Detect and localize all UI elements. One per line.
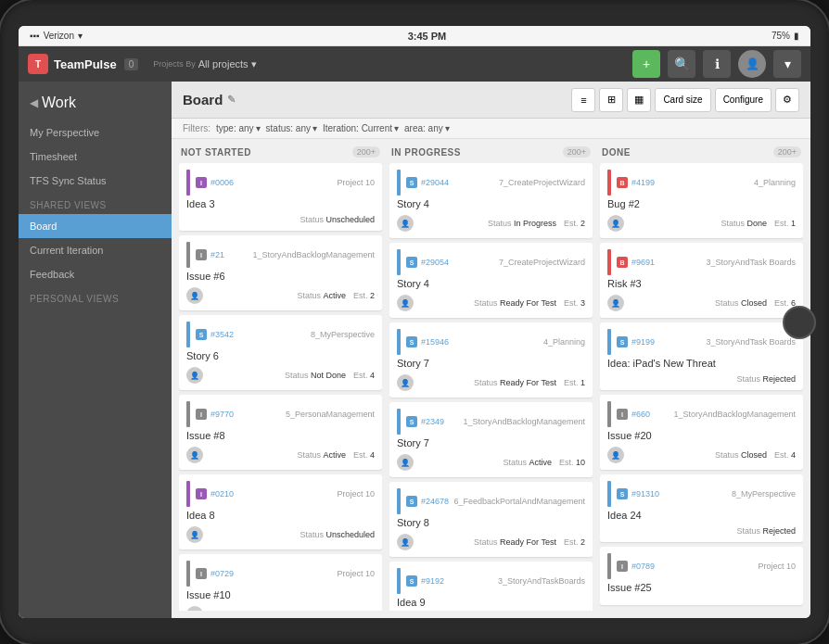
card-id: #3542 bbox=[210, 330, 234, 339]
status-right: 75% ▮ bbox=[772, 31, 799, 41]
card-id: #9691 bbox=[631, 258, 655, 267]
board-title-text: Board bbox=[183, 92, 223, 107]
card-meta: S #9199 3_StoryAndTask Boards bbox=[607, 329, 796, 355]
card-in-progress-0[interactable]: S #29044 7_CreateProjectWizard Story 4 👤… bbox=[389, 163, 593, 238]
sidebar-item-feedback[interactable]: Feedback bbox=[19, 262, 172, 286]
project-selector[interactable]: Projects By All projects ▾ bbox=[153, 58, 256, 70]
card-project: 5_PersonaManagement bbox=[286, 410, 375, 419]
card-title: Idea: iPad's New Threat bbox=[607, 358, 796, 369]
card-type-bar bbox=[397, 329, 401, 355]
card-id: #0006 bbox=[210, 178, 234, 187]
card-project: Project 10 bbox=[337, 178, 375, 187]
filter-area[interactable]: area: any ▾ bbox=[404, 123, 450, 133]
card-in-progress-5[interactable]: S #9192 3_StoryAndTaskBoards Idea 9 👤 bbox=[389, 562, 593, 611]
card-done-4[interactable]: S #91310 8_MyPerspective Idea 24 Status … bbox=[600, 474, 803, 542]
card-type-badge: I bbox=[196, 177, 207, 188]
card-type-badge: I bbox=[196, 568, 207, 579]
sidebar-item-current-iteration[interactable]: Current Iteration bbox=[19, 238, 172, 262]
card-title: Bug #2 bbox=[607, 198, 796, 209]
menu-button[interactable]: ▾ bbox=[773, 50, 801, 78]
card-meta: S #29054 7_CreateProjectWizard bbox=[397, 249, 585, 275]
card-title: Idea 8 bbox=[186, 510, 375, 521]
filter-status[interactable]: status: any ▾ bbox=[266, 123, 317, 133]
board-edit-icon[interactable]: ✎ bbox=[227, 94, 236, 106]
sidebar-item-timesheet[interactable]: Timesheet bbox=[19, 145, 172, 169]
card-done-2[interactable]: S #9199 3_StoryAndTask Boards Idea: iPad… bbox=[600, 322, 803, 390]
filter-type[interactable]: type: any ▾ bbox=[216, 123, 261, 133]
card-not-started-4[interactable]: I #0210 Project 10 Idea 8 👤 Status Unsch… bbox=[179, 474, 382, 549]
card-meta: S #2349 1_StoryAndBacklogManagement bbox=[397, 409, 585, 435]
card-footer: 👤 Status Active Est. 4 bbox=[186, 447, 375, 463]
card-meta: S #91310 8_MyPerspective bbox=[607, 481, 796, 507]
info-button[interactable]: ℹ bbox=[703, 50, 731, 78]
board-view-button[interactable]: ▦ bbox=[627, 88, 651, 112]
sidebar-item-my-perspective[interactable]: My Perspective bbox=[19, 120, 172, 145]
card-project: 7_CreateProjectWizard bbox=[499, 178, 585, 187]
card-done-3[interactable]: I #660 1_StoryAndBacklogManagement Issue… bbox=[600, 395, 803, 470]
notification-badge[interactable]: 0 bbox=[124, 58, 139, 70]
sidebar-item-tfs-sync[interactable]: TFS Sync Status bbox=[19, 169, 172, 193]
card-footer: 👤 Status Unscheduled bbox=[186, 526, 375, 543]
column-count-done: 200+ bbox=[773, 146, 801, 158]
est-label: Est. 4 bbox=[774, 450, 796, 460]
search-button[interactable]: 🔍 bbox=[668, 50, 695, 78]
column-cards-done: B #4199 4_Planning Bug #2 👤 Status Done … bbox=[600, 163, 803, 611]
filter-iteration[interactable]: Iteration: Current ▾ bbox=[323, 123, 399, 133]
card-id: #9199 bbox=[631, 337, 655, 347]
card-meta: I #9770 5_PersonaManagement bbox=[186, 401, 375, 427]
content-area: Board ✎ ≡ ⊞ ▦ Card size Configure ⚙ bbox=[172, 82, 810, 618]
card-avatar: 👤 bbox=[186, 526, 203, 543]
status-label: Status Ready For Test bbox=[474, 378, 556, 387]
card-type-badge: S bbox=[406, 416, 417, 427]
card-not-started-0[interactable]: I #0006 Project 10 Idea 3 Status Unsched… bbox=[179, 163, 382, 231]
card-in-progress-3[interactable]: S #2349 1_StoryAndBacklogManagement Stor… bbox=[389, 402, 593, 477]
sidebar-item-label: Feedback bbox=[30, 269, 74, 280]
card-avatar: 👤 bbox=[397, 215, 414, 232]
card-type-bar bbox=[607, 170, 611, 196]
card-title: Idea 24 bbox=[607, 510, 796, 521]
card-status-info: Status Not Done Est. 4 bbox=[285, 371, 375, 380]
est-label: Est. 3 bbox=[564, 298, 585, 308]
list-view-button[interactable]: ≡ bbox=[571, 88, 595, 112]
settings-button[interactable]: ⚙ bbox=[775, 88, 799, 112]
card-title: Risk #3 bbox=[607, 278, 796, 289]
grid-view-button[interactable]: ⊞ bbox=[599, 88, 623, 112]
column-title-in-progress: IN PROGRESS bbox=[391, 147, 461, 158]
status-label: Status Ready For Test bbox=[474, 298, 556, 308]
card-meta: I #0006 Project 10 bbox=[186, 170, 375, 196]
status-label: Status Closed bbox=[715, 298, 767, 308]
user-avatar-button[interactable]: 👤 bbox=[738, 50, 766, 78]
card-done-0[interactable]: B #4199 4_Planning Bug #2 👤 Status Done … bbox=[600, 163, 803, 238]
card-title: Issue #6 bbox=[186, 271, 375, 282]
battery-icon: ▮ bbox=[794, 31, 799, 41]
card-done-5[interactable]: I #0789 Project 10 Issue #25 bbox=[600, 547, 803, 605]
card-footer: 👤 Status Done Est. 1 bbox=[607, 215, 796, 232]
card-status-info: Status Active Est. 2 bbox=[297, 291, 375, 300]
card-not-started-2[interactable]: S #3542 8_MyPerspective Story 6 👤 Status… bbox=[179, 315, 382, 390]
column-not-started: NOT STARTED 200+ I #0006 Project 10 Idea… bbox=[179, 146, 382, 611]
card-project: 7_CreateProjectWizard bbox=[499, 258, 585, 267]
card-done-1[interactable]: B #9691 3_StoryAndTask Boards Risk #3 👤 … bbox=[600, 243, 803, 318]
card-type-bar bbox=[397, 409, 401, 435]
card-in-progress-2[interactable]: S #15946 4_Planning Story 7 👤 Status Rea… bbox=[389, 322, 593, 398]
sidebar-item-label: Timesheet bbox=[30, 151, 77, 162]
card-footer: 👤 Status Ready For Test Est. 2 bbox=[397, 534, 585, 550]
board-area: NOT STARTED 200+ I #0006 Project 10 Idea… bbox=[172, 139, 810, 618]
card-size-button[interactable]: Card size bbox=[655, 88, 710, 112]
board-title: Board ✎ bbox=[183, 92, 236, 107]
card-not-started-1[interactable]: I #21 1_StoryAndBacklogManagement Issue … bbox=[179, 235, 382, 310]
card-in-progress-1[interactable]: S #29054 7_CreateProjectWizard Story 4 👤… bbox=[389, 243, 593, 318]
configure-button[interactable]: Configure bbox=[715, 88, 772, 112]
wifi-icon: ▾ bbox=[78, 31, 83, 41]
card-not-started-3[interactable]: I #9770 5_PersonaManagement Issue #8 👤 S… bbox=[179, 395, 382, 470]
card-project: Project 10 bbox=[337, 569, 375, 578]
card-not-started-5[interactable]: I #0729 Project 10 Issue #10 👤 bbox=[179, 554, 382, 611]
card-in-progress-4[interactable]: S #24678 6_FeedbackPortalAndManagement S… bbox=[389, 482, 593, 557]
card-type-bar bbox=[186, 242, 190, 268]
card-avatar: 👤 bbox=[397, 374, 414, 391]
add-button[interactable]: + bbox=[632, 50, 660, 78]
sidebar-item-label: TFS Sync Status bbox=[30, 175, 107, 186]
card-project: 1_StoryAndBacklogManagement bbox=[463, 417, 585, 426]
home-button[interactable] bbox=[783, 306, 816, 339]
sidebar-item-board[interactable]: Board bbox=[19, 214, 172, 238]
